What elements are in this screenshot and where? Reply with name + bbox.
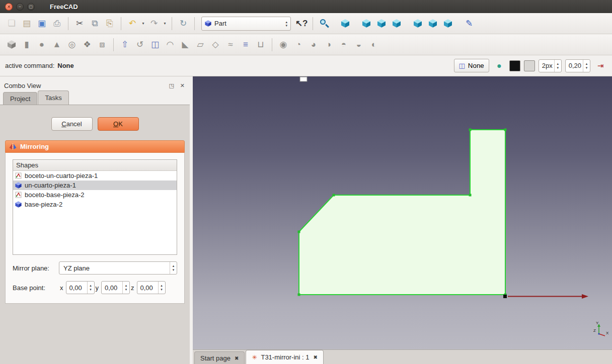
top-view-button[interactable]: [374, 16, 389, 31]
measure-button[interactable]: ✎: [462, 16, 477, 31]
cut-button[interactable]: ✂: [72, 16, 87, 31]
workbench-selector[interactable]: Part ▴▾: [201, 17, 291, 31]
mirror-button[interactable]: ◫: [147, 37, 163, 52]
undo-dropdown-button[interactable]: ▾: [140, 16, 146, 31]
connect-button[interactable]: ◒: [351, 37, 366, 52]
revolve-button[interactable]: ↺: [132, 37, 147, 52]
base-point-x-spinner[interactable]: 0,00 ▴▾: [66, 281, 95, 294]
cancel-button[interactable]: Cancel: [51, 117, 93, 131]
intersection-button[interactable]: ◑: [321, 37, 336, 52]
boolean-cut-button[interactable]: ◔: [291, 37, 306, 52]
box-button[interactable]: [4, 37, 19, 52]
tab-start-page-label: Start page: [200, 354, 231, 362]
refresh-button[interactable]: ↻: [176, 16, 191, 31]
primitives-button[interactable]: ❖: [80, 37, 95, 52]
ok-button[interactable]: OK: [98, 117, 139, 131]
chamfer-button[interactable]: ◣: [178, 37, 193, 52]
loft-button[interactable]: ◇: [208, 37, 223, 52]
list-item-un-cuarto-pieza-1[interactable]: un-cuarto-pieza-1: [13, 180, 177, 190]
document-tab-bar: Start page ✖ ✳ T31-mirror-ini : 1 ✖: [193, 349, 612, 364]
redo-button[interactable]: ↷: [146, 16, 162, 31]
cone-button[interactable]: ▲: [49, 37, 64, 52]
section-button[interactable]: ◓: [336, 37, 351, 52]
base-point-z-value: 0,00: [137, 284, 158, 292]
stepper-arrows-icon[interactable]: ▴▾: [87, 282, 94, 294]
stepper-arrows-icon[interactable]: ▴▾: [583, 60, 590, 72]
stepper-arrows-icon[interactable]: ▴▾: [158, 282, 165, 294]
mirror-icon: ◫: [151, 40, 159, 49]
face-color-swatch[interactable]: [524, 60, 535, 71]
line-width-spinner[interactable]: 2px ▴▾: [539, 59, 562, 72]
front-view-button[interactable]: [359, 16, 374, 31]
tab-project[interactable]: Project: [3, 92, 37, 105]
union-button[interactable]: ◕: [306, 37, 321, 52]
embed-button[interactable]: ◐: [366, 37, 381, 52]
axonometric-view-button[interactable]: [338, 16, 353, 31]
sweep-button[interactable]: ≈: [223, 37, 238, 52]
compound-icon: ◉: [280, 40, 287, 49]
torus-button[interactable]: ◎: [64, 37, 80, 52]
print-button[interactable]: ⎙: [49, 16, 64, 31]
combo-view-title: Combo View: [4, 82, 163, 89]
list-item-base-pieza-2[interactable]: base-pieza-2: [13, 200, 177, 209]
ruled-surface-button[interactable]: ▱: [193, 37, 208, 52]
minimize-icon: −: [19, 5, 21, 9]
line-color-swatch[interactable]: [509, 60, 520, 71]
cancel-button-label: Cancel: [61, 120, 82, 128]
redo-dropdown-button[interactable]: ▾: [162, 16, 168, 31]
toolbar-separator: [313, 17, 313, 30]
whats-this-button[interactable]: ↖?: [294, 16, 309, 31]
tab-close-icon[interactable]: ✖: [314, 354, 318, 360]
base-point-y-spinner[interactable]: 0,00 ▴▾: [101, 281, 130, 294]
base-point-z-spinner[interactable]: 0,00 ▴▾: [137, 281, 166, 294]
sphere-button[interactable]: ●: [34, 37, 49, 52]
stepper-arrows-icon[interactable]: ▴▾: [554, 60, 561, 72]
open-button[interactable]: ▤: [19, 16, 34, 31]
text-size-spinner[interactable]: 0,20 ▴▾: [565, 59, 590, 72]
panel-float-icon[interactable]: ◳: [169, 82, 174, 89]
extrude-button[interactable]: ⇧: [117, 37, 132, 52]
combo-arrows-icon: ▴▾: [285, 20, 287, 27]
print-icon: ⎙: [53, 19, 60, 28]
bottom-view-button[interactable]: [425, 16, 440, 31]
tab-close-icon[interactable]: ✖: [235, 355, 239, 361]
fillet-button[interactable]: ◠: [163, 37, 178, 52]
list-item-boceto-base-pieza-2[interactable]: boceto-base-pieza-2: [13, 190, 177, 200]
active-command-value: None: [57, 62, 74, 69]
working-plane-button[interactable]: ◫ None: [454, 59, 489, 72]
tab-start-page[interactable]: Start page ✖: [194, 351, 245, 364]
copy-button[interactable]: ⧉: [87, 16, 102, 31]
autogroup-button[interactable]: ⇥: [594, 59, 607, 72]
intersection-icon: ◑: [326, 40, 331, 49]
style-icon: ●: [497, 61, 502, 70]
3d-viewport[interactable]: Y Z X: [193, 76, 612, 349]
compound-button[interactable]: ◉: [276, 37, 291, 52]
offset-button[interactable]: ≡: [238, 37, 253, 52]
mirror-plane-select[interactable]: YZ plane ▴▾: [59, 261, 177, 275]
window-close-button[interactable]: ✕: [5, 3, 13, 11]
new-document-button[interactable]: ❏: [4, 16, 19, 31]
tab-document-label: T31-mirror-ini : 1: [261, 353, 309, 361]
measure-icon: ✎: [466, 19, 473, 28]
window-minimize-button[interactable]: −: [16, 3, 24, 11]
tab-tasks[interactable]: Tasks: [38, 90, 68, 105]
apply-style-button[interactable]: ●: [493, 59, 506, 72]
thickness-button[interactable]: ⊔: [253, 37, 268, 52]
rear-view-button[interactable]: [410, 16, 425, 31]
cone-icon: ▲: [53, 40, 61, 49]
right-view-button[interactable]: [389, 16, 404, 31]
tab-document-t31-mirror-ini[interactable]: ✳ T31-mirror-ini : 1 ✖: [246, 350, 324, 364]
shape-builder-button[interactable]: ⧈: [95, 37, 110, 52]
cylinder-button[interactable]: ▮: [19, 37, 34, 52]
chamfer-icon: ◣: [182, 40, 188, 49]
fit-all-button[interactable]: [317, 16, 332, 31]
undo-button[interactable]: ↶: [125, 16, 140, 31]
list-item-label: base-pieza-2: [25, 201, 62, 208]
window-maximize-button[interactable]: ▢: [27, 3, 35, 11]
stepper-arrows-icon[interactable]: ▴▾: [122, 282, 129, 294]
panel-close-icon[interactable]: ✕: [180, 82, 185, 89]
save-button[interactable]: ▣: [34, 16, 49, 31]
left-view-button[interactable]: [440, 16, 455, 31]
list-item-boceto-un-cuarto-pieza-1[interactable]: boceto-un-cuarto-pieza-1: [13, 171, 177, 180]
paste-button[interactable]: ⎘: [102, 16, 117, 31]
